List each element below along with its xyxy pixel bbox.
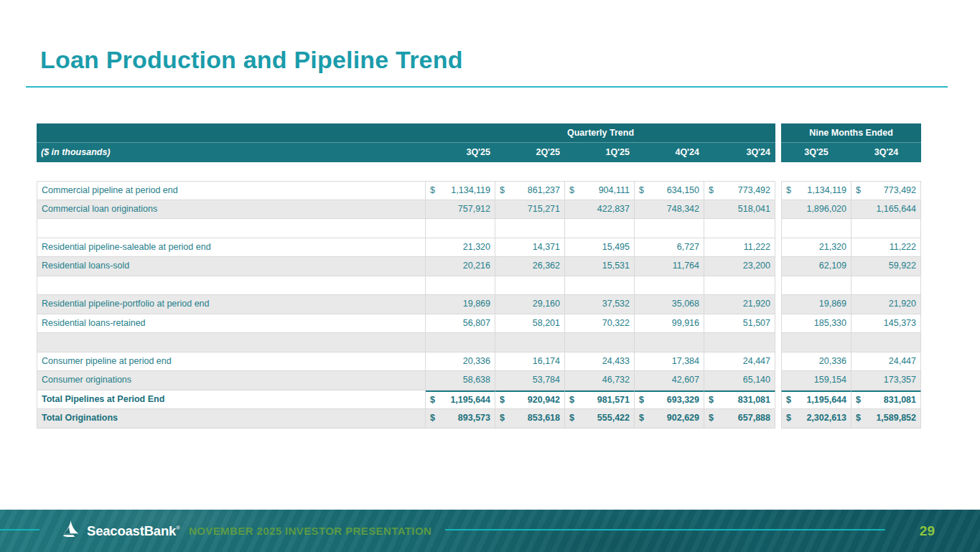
- cell-value: 422,837: [565, 200, 635, 220]
- value-text: 21,920: [743, 295, 770, 314]
- value-text: 46,732: [602, 371, 630, 390]
- value-text: 24,447: [743, 352, 770, 371]
- spacer-row: [37, 276, 921, 296]
- value-text: 11,222: [744, 238, 770, 257]
- value-text: 21,320: [819, 238, 846, 257]
- quarter-column-header: 4Q'24: [635, 143, 704, 162]
- row-label: Consumer pipeline at period end: [37, 352, 426, 372]
- cell-value: $831,081: [851, 390, 921, 410]
- value-text: 920,942: [528, 391, 560, 410]
- section-gap: [775, 238, 781, 258]
- dollar-sign: $: [856, 391, 861, 410]
- section-gap: [775, 143, 781, 162]
- cell-value: 23,200: [704, 257, 775, 276]
- cell-value: 37,532: [565, 295, 635, 314]
- cell-value: [851, 219, 921, 238]
- value-text: 70,322: [602, 314, 630, 333]
- value-text: 159,154: [814, 371, 846, 390]
- cell-value: $773,492: [704, 181, 775, 200]
- value-text: 21,320: [463, 238, 490, 257]
- cell-value: $1,589,852: [851, 409, 921, 429]
- row-label: Commercial pipeline at period end: [37, 181, 426, 200]
- dollar-sign: $: [639, 391, 644, 410]
- value-text: 1,195,644: [806, 391, 846, 410]
- table-body: Commercial pipeline at period end$1,134,…: [37, 181, 921, 429]
- value-text: 20,216: [463, 257, 490, 276]
- dollar-sign: $: [569, 409, 574, 428]
- value-text: 15,495: [602, 238, 630, 257]
- cell-value: 21,920: [704, 295, 775, 314]
- dollar-sign: $: [569, 391, 574, 410]
- cell-value: 1,165,644: [851, 200, 921, 220]
- cell-value: 53,784: [495, 371, 565, 390]
- value-text: 35,068: [672, 295, 699, 314]
- cell-value: $920,942: [495, 390, 565, 410]
- cell-value: $861,237: [495, 181, 565, 200]
- dollar-sign: $: [856, 182, 861, 200]
- value-text: 26,362: [533, 257, 560, 276]
- value-text: 20,336: [819, 352, 846, 371]
- quarter-column-header: 2Q'25: [495, 143, 565, 162]
- dollar-sign: $: [786, 182, 791, 200]
- spacer-row: [37, 219, 921, 238]
- value-text: 51,507: [743, 314, 770, 333]
- cell-value: 35,068: [635, 295, 704, 314]
- section-gap: [775, 219, 781, 238]
- cell-value: 21,320: [781, 238, 851, 258]
- section-gap: [775, 314, 781, 334]
- sail-icon: [60, 519, 82, 543]
- nine-months-header: Nine Months Ended: [781, 123, 921, 143]
- value-text: 58,201: [533, 314, 560, 333]
- value-text: 981,571: [597, 391, 630, 410]
- cell-value: 20,216: [426, 257, 495, 276]
- cell-value: 42,607: [635, 371, 704, 390]
- value-text: 1,589,852: [876, 409, 916, 428]
- table-row: Total Pipelines at Period End$1,195,644$…: [37, 390, 921, 410]
- table-row: Residential pipeline-portfolio at period…: [37, 295, 921, 314]
- cell-value: [781, 276, 851, 296]
- cell-value: [851, 333, 921, 352]
- cell-value: $555,422: [565, 409, 635, 429]
- cell-value: [704, 219, 775, 238]
- table-column-header-row: ($ in thousands) 3Q'252Q'251Q'254Q'243Q'…: [37, 143, 921, 162]
- value-text: 693,329: [667, 391, 699, 410]
- value-text: 14,371: [533, 238, 560, 257]
- cell-value: 15,531: [565, 257, 635, 276]
- cell-value: $1,195,644: [426, 390, 495, 410]
- cell-value: [495, 219, 565, 238]
- dollar-sign: $: [430, 409, 435, 428]
- cell-value: 715,271: [495, 200, 565, 220]
- value-text: 715,271: [528, 200, 560, 219]
- dollar-sign: $: [430, 182, 435, 200]
- cell-value: 145,373: [851, 314, 921, 334]
- nine-months-column-header: 3Q'25: [781, 143, 851, 162]
- cell-value: 24,447: [704, 352, 775, 372]
- cell-value: [426, 333, 495, 352]
- quarter-column-header: 3Q'25: [426, 143, 495, 162]
- value-text: 773,492: [738, 182, 770, 200]
- value-text: 53,784: [533, 371, 560, 390]
- cell-value: 11,222: [851, 238, 921, 258]
- cell-value: [704, 276, 775, 296]
- cell-value: $773,492: [851, 181, 921, 200]
- value-text: 555,422: [597, 409, 630, 428]
- spacer-row: [37, 333, 921, 352]
- cell-value: $2,302,613: [781, 409, 851, 429]
- section-gap: [775, 123, 781, 143]
- seacoast-logo: SeacoastBank®: [60, 510, 180, 552]
- header-body-gap: [37, 162, 921, 181]
- cell-value: 20,336: [781, 352, 851, 372]
- cell-value: 51,507: [704, 314, 775, 334]
- cell-value: [565, 219, 635, 238]
- section-gap: [775, 181, 781, 200]
- value-text: 6,727: [677, 238, 699, 257]
- cell-value: [704, 333, 775, 352]
- row-label: [37, 276, 426, 296]
- value-text: 634,150: [667, 182, 699, 200]
- section-gap: [775, 333, 781, 352]
- value-text: 17,384: [672, 352, 699, 371]
- dollar-sign: $: [500, 409, 505, 428]
- value-text: 831,081: [738, 391, 770, 410]
- cell-value: 6,727: [635, 238, 704, 258]
- cell-value: $1,134,119: [781, 181, 851, 200]
